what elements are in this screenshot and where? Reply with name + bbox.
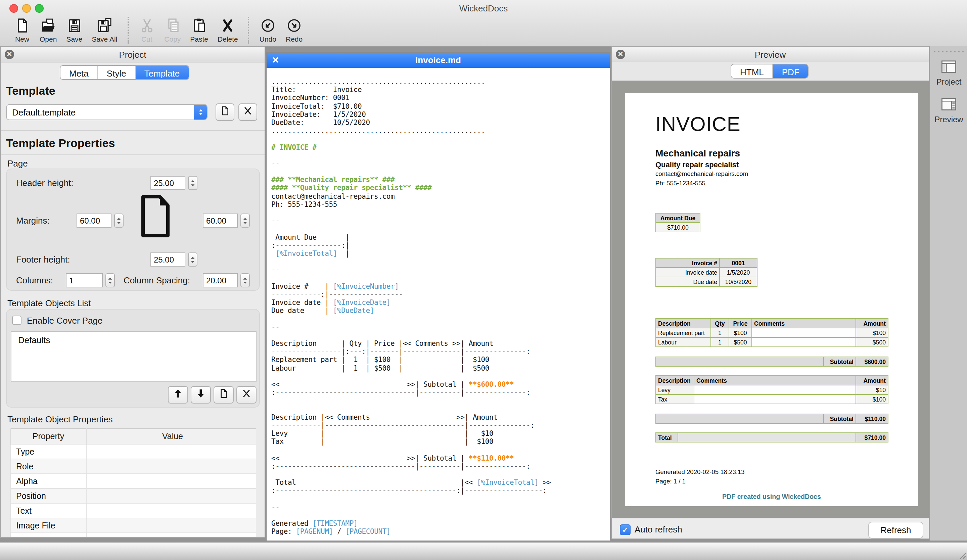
editor-line: Page: [PAGENUM] / [PAGECOUNT]	[271, 527, 610, 535]
editor-line: Due date | [%DueDate]	[271, 306, 610, 315]
editor-title: Invoice.md	[267, 55, 610, 65]
table-cell: $10	[856, 385, 888, 394]
table-row: Replacement part1$100$100	[656, 328, 888, 338]
copy-icon	[165, 18, 181, 34]
margin-left-input[interactable]	[77, 214, 111, 227]
invoice-phone: Ph: 555-1234-555	[655, 180, 705, 187]
toolbar-item-save[interactable]: Save	[66, 18, 82, 43]
footer-height-stepper[interactable]	[188, 252, 197, 267]
dock-strip: ProjectPreview	[929, 46, 967, 540]
columns-input[interactable]	[66, 273, 103, 287]
save-icon	[66, 18, 82, 34]
editor-line	[271, 372, 610, 380]
margin-right-input[interactable]	[203, 214, 238, 227]
project-panel-icon	[930, 58, 967, 77]
editor-line	[271, 397, 610, 405]
table-row[interactable]: Position	[10, 489, 256, 503]
columns-stepper[interactable]	[106, 273, 115, 287]
table-row[interactable]: Type	[10, 444, 256, 459]
editor-line: ........................................…	[271, 77, 610, 85]
toolbar-item-save-all[interactable]: Save All	[92, 18, 117, 43]
tab-html[interactable]: HTML	[731, 64, 772, 79]
new-object-button[interactable]	[213, 386, 234, 404]
invoice-info-table: Invoice #0001Invoice date1/5/2020Due dat…	[655, 258, 757, 287]
redo-icon	[286, 18, 302, 34]
toolbar-item-paste[interactable]: Paste	[190, 18, 208, 43]
property-value-cell[interactable]	[86, 489, 256, 503]
table-row[interactable]: Image File	[10, 518, 256, 533]
resize-grip-icon[interactable]	[958, 551, 966, 559]
toolbar-item-new[interactable]: New	[14, 18, 30, 43]
header-height-stepper[interactable]	[188, 176, 197, 190]
move-down-button[interactable]	[191, 386, 211, 404]
editor-line: --	[271, 323, 610, 331]
property-value-cell[interactable]	[86, 444, 256, 459]
dock-item-project[interactable]: Project	[930, 58, 967, 87]
drag-handle-icon[interactable]	[930, 51, 967, 53]
toolbar-item-delete[interactable]: Delete	[218, 18, 238, 43]
margin-right-stepper[interactable]	[240, 214, 250, 227]
delete-template-button[interactable]	[238, 104, 257, 121]
property-value-cell[interactable]	[86, 459, 256, 474]
template-objects-group: Enable Cover Page Defaults	[6, 309, 260, 408]
cover-page-checkbox[interactable]	[12, 316, 21, 325]
table-row: $710.00	[656, 222, 700, 232]
delete-object-button[interactable]	[236, 386, 256, 404]
header-height-input[interactable]	[150, 176, 185, 190]
editor-line: Levy | | $10	[271, 429, 610, 437]
editor-content[interactable]: ........................................…	[267, 68, 610, 540]
property-value-cell[interactable]	[86, 533, 256, 538]
template-select-value: Default.template	[12, 107, 76, 117]
editor-line	[271, 167, 610, 175]
objects-list[interactable]: Defaults	[11, 331, 256, 382]
table-cell	[752, 328, 856, 338]
editor-line: << >>| Subtotal | **$600.00**	[271, 380, 610, 388]
preview-tabstrip: HTMLPDF	[612, 62, 929, 81]
toolbar-item-open[interactable]: Open	[40, 18, 57, 43]
table-row[interactable]: Alpha	[10, 474, 256, 489]
new-template-button[interactable]	[216, 104, 234, 121]
table-cell: Description	[656, 319, 711, 328]
table-row[interactable]: Role	[10, 459, 256, 474]
property-value-cell[interactable]	[86, 474, 256, 489]
delete-icon	[219, 18, 236, 34]
template-select[interactable]: Default.template	[6, 104, 208, 120]
auto-refresh-checkbox[interactable]: ✓	[620, 524, 630, 535]
toolbar-item-cut[interactable]: Cut	[139, 18, 155, 43]
move-up-button[interactable]	[168, 386, 188, 404]
list-item-defaults[interactable]: Defaults	[12, 332, 256, 345]
editor-line	[271, 225, 610, 233]
table-row: Total$710.00	[656, 433, 888, 442]
chevron-up-down-icon[interactable]	[194, 105, 207, 120]
table-cell: Comments	[694, 376, 856, 385]
toolbar-item-label: Open	[40, 35, 57, 43]
undo-icon	[260, 18, 276, 34]
property-value-cell[interactable]	[86, 518, 256, 533]
column-spacing-stepper[interactable]	[240, 273, 250, 287]
tab-style[interactable]: Style	[97, 66, 135, 80]
tab-meta[interactable]: Meta	[61, 66, 97, 80]
refresh-button[interactable]: Refresh	[868, 522, 923, 539]
project-panel-header: ✕ Project	[1, 47, 265, 63]
table-cell	[656, 357, 823, 366]
table-row[interactable]: Text	[10, 503, 256, 518]
preview-tabs: HTMLPDF	[731, 64, 809, 79]
margin-left-stepper[interactable]	[114, 214, 124, 227]
toolbar-item-redo[interactable]: Redo	[286, 18, 302, 43]
tab-template[interactable]: Template	[135, 66, 189, 80]
pdf-footer-note: PDF created using WickedDocs	[625, 493, 918, 500]
auto-refresh-label: Auto refresh	[635, 524, 682, 534]
dock-item-preview[interactable]: Preview	[930, 96, 967, 124]
table-row[interactable]	[10, 533, 256, 538]
tab-pdf[interactable]: PDF	[772, 64, 808, 79]
toolbar-item-undo[interactable]: Undo	[259, 18, 276, 43]
footer-height-input[interactable]	[150, 252, 185, 267]
toolbar-item-copy[interactable]: Copy	[164, 18, 181, 43]
column-spacing-input[interactable]	[203, 273, 238, 287]
property-value-cell[interactable]	[86, 503, 256, 518]
editor-line: :----------------:|	[271, 241, 610, 249]
editor-line	[271, 208, 610, 216]
editor-line: contact@mechanical-repairs.com	[271, 192, 610, 200]
total-row: Total$710.00	[655, 432, 888, 443]
table-cell: Comments	[752, 319, 856, 328]
